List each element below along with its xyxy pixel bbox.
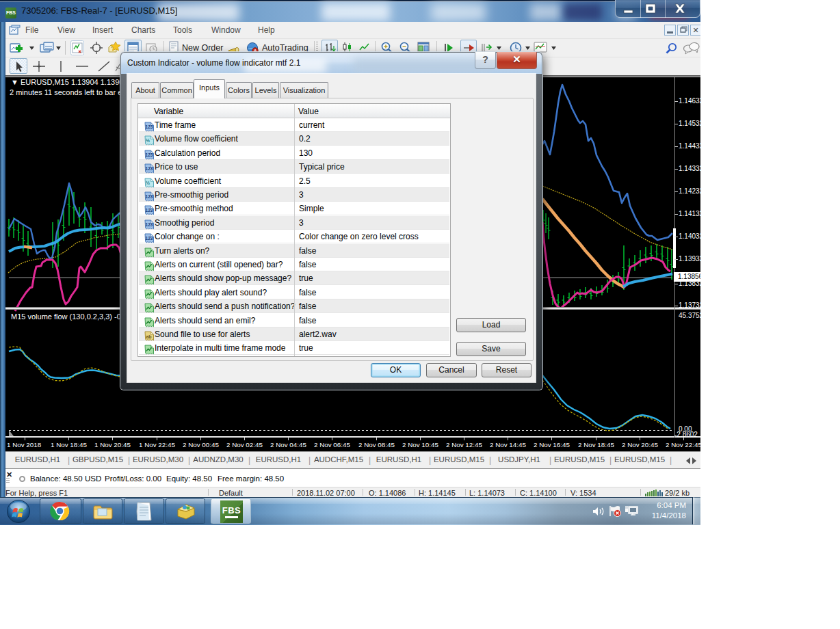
svg-text:123: 123 xyxy=(146,194,153,199)
svg-text:123: 123 xyxy=(146,124,153,129)
svg-text:123: 123 xyxy=(146,208,153,213)
svg-text:½: ½ xyxy=(146,180,150,185)
svg-text:½: ½ xyxy=(146,138,150,143)
svg-text:123: 123 xyxy=(146,222,153,227)
svg-text:123: 123 xyxy=(146,236,153,241)
svg-text:123: 123 xyxy=(146,166,153,171)
svg-text:ab: ab xyxy=(146,334,151,339)
svg-text:123: 123 xyxy=(146,152,153,157)
